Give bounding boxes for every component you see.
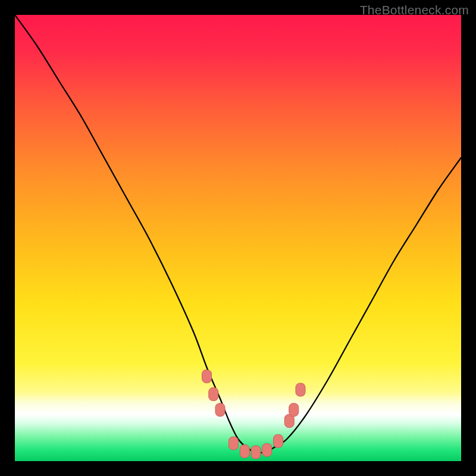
marker-point [209,388,218,401]
curve-layer [15,15,461,461]
marker-point [215,403,225,416]
marker-point [202,370,212,383]
marker-point [229,437,239,450]
inflection-markers [202,370,306,459]
marker-point [251,446,261,459]
watermark-label: TheBottleneck.com [360,3,469,17]
marker-point [240,445,249,458]
bottleneck-curve [15,15,461,453]
marker-point [296,383,305,396]
marker-point [289,403,299,416]
marker-point [262,443,272,456]
plot-area [15,15,461,461]
chart-frame: TheBottleneck.com [0,0,476,476]
marker-point [274,434,283,447]
